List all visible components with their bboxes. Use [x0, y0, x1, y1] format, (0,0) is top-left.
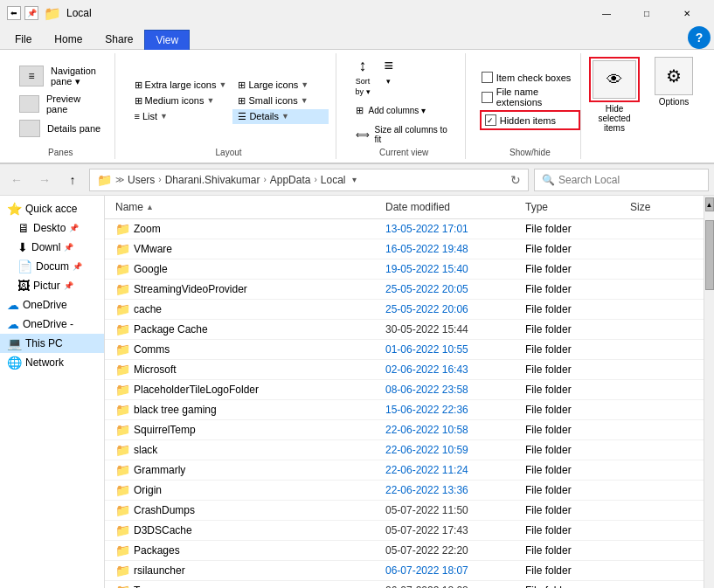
hide-selected-button[interactable]: 👁	[593, 60, 636, 99]
add-columns-button[interactable]: ⊞ Add columns ▾	[350, 101, 458, 120]
table-row[interactable]: 📁 cache 25-05-2022 20:06 File folder	[105, 300, 704, 320]
col-size[interactable]: Size	[627, 197, 697, 217]
table-row[interactable]: 📁 Zoom 13-05-2022 17:01 File folder	[105, 219, 704, 239]
minimize-button[interactable]: —	[586, 0, 627, 26]
search-input[interactable]	[558, 174, 681, 186]
col-name[interactable]: Name ▲	[112, 197, 382, 217]
options-area: ⚙ Options	[648, 53, 700, 159]
table-row[interactable]: 📁 Grammarly 22-06-2022 11:24 File folder	[105, 460, 704, 481]
table-row[interactable]: 📁 SquirrelTemp 22-06-2022 10:58 File fol…	[105, 420, 704, 440]
sidebar-item-pictures[interactable]: 🖼 Pictur 📌	[0, 276, 104, 295]
file-type-icon: 📁	[115, 363, 130, 377]
col-date[interactable]: Date modified	[382, 197, 522, 217]
sidebar-item-documents[interactable]: 📄 Docum 📌	[0, 257, 104, 276]
table-row[interactable]: 📁 PlaceholderTileLogoFolder 08-06-2022 2…	[105, 380, 704, 400]
help-button[interactable]: ?	[688, 26, 711, 49]
list-label: List	[142, 111, 157, 121]
group-by-button[interactable]: ≡ ▾	[379, 53, 399, 100]
close-button[interactable]: ✕	[667, 0, 707, 26]
file-date: 01-06-2022 10:55	[385, 343, 468, 356]
scroll-up-button[interactable]: ▲	[705, 197, 714, 211]
maximize-button[interactable]: □	[627, 0, 667, 26]
table-row[interactable]: 📁 rsilauncher 06-07-2022 18:07 File fold…	[105, 561, 704, 581]
table-row[interactable]: 📁 StreamingVideoProvider 25-05-2022 20:0…	[105, 280, 704, 300]
table-row[interactable]: 📁 black tree gaming 15-06-2022 22:36 Fil…	[105, 400, 704, 420]
file-name-cell: 📁 Google	[112, 259, 382, 279]
file-type: File folder	[525, 243, 572, 255]
ribbon-panes-section: ≡ Navigation pane ▾ Preview pane Details…	[7, 53, 115, 159]
sidebar-item-quickaccess[interactable]: ⭐ Quick acce	[0, 199, 104, 218]
sidebar-item-onedrive[interactable]: ☁ OneDrive	[0, 295, 104, 315]
preview-label: Preview pane	[46, 93, 102, 114]
sort-sublabel: by ▾	[356, 87, 371, 96]
file-extensions-checkbox[interactable]	[482, 92, 493, 103]
file-date-cell: 08-06-2022 23:58	[382, 380, 522, 399]
table-row[interactable]: 📁 Comms 01-06-2022 10:55 File folder	[105, 340, 704, 360]
navigation-pane-button[interactable]: ≡ Navigation pane ▾	[14, 63, 107, 90]
item-checkboxes-checkbox[interactable]	[482, 72, 493, 83]
file-name: Microsoft	[134, 363, 177, 376]
sort-by-button[interactable]: ↕ Sort by ▾	[350, 53, 376, 100]
item-checkboxes-row[interactable]: Item check boxes	[480, 71, 580, 84]
large-icons-option[interactable]: ⊞ Large icons ▼	[232, 78, 328, 93]
hidden-items-checkbox[interactable]: ✓	[485, 114, 496, 126]
sort-options-row: ↕ Sort by ▾ ≡ ▾	[350, 53, 458, 100]
sidebar-item-desktop[interactable]: 🖥 Deskto 📌	[0, 218, 104, 238]
options-button[interactable]: ⚙	[655, 57, 693, 95]
hide-eye-icon: 👁	[607, 71, 622, 89]
tab-view[interactable]: View	[144, 30, 190, 50]
refresh-icon[interactable]: ↻	[510, 173, 521, 187]
file-date: 13-05-2022 17:01	[385, 223, 468, 235]
file-size-cell	[627, 300, 697, 319]
search-box[interactable]: 🔍	[534, 169, 709, 191]
table-row[interactable]: 📁 Package Cache 30-05-2022 15:44 File fo…	[105, 320, 704, 340]
file-type-cell: File folder	[522, 440, 627, 460]
quick-access-icon: ⬅	[7, 6, 21, 20]
file-size-cell	[627, 521, 697, 540]
file-size-cell	[627, 340, 697, 359]
sidebar-item-onedrive2[interactable]: ☁ OneDrive -	[0, 315, 104, 334]
size-columns-button[interactable]: ⟺ Size all columns to fit	[350, 121, 458, 148]
ribbon: File Home Share View ? ≡ Navigation pane…	[0, 26, 714, 164]
forward-button[interactable]: →	[33, 169, 56, 191]
table-row[interactable]: 📁 Temp 06-07-2022 18:08 File folder	[105, 581, 704, 588]
layout-arrow-4: ▼	[301, 96, 308, 105]
small-icons-option[interactable]: ⊞ Small icons ▼	[232, 93, 328, 108]
table-row[interactable]: 📁 VMware 16-05-2022 19:48 File folder	[105, 239, 704, 259]
details-pane-button[interactable]: Details pane	[14, 118, 107, 139]
file-type-cell: File folder	[522, 420, 627, 439]
addr-dropdown[interactable]: ▾	[352, 175, 357, 184]
medium-icons-option[interactable]: ⊞ Medium icons ▼	[129, 93, 232, 108]
scroll-thumb[interactable]	[705, 220, 714, 290]
table-row[interactable]: 📁 D3DSCache 05-07-2022 17:43 File folder	[105, 521, 704, 541]
table-row[interactable]: 📁 Google 19-05-2022 15:40 File folder	[105, 259, 704, 280]
tab-home[interactable]: Home	[43, 29, 94, 49]
file-date: 19-05-2022 15:40	[385, 263, 468, 275]
file-type: File folder	[525, 564, 572, 577]
hidden-items-label: Hidden items	[500, 115, 556, 126]
sidebar-item-network[interactable]: 🌐 Network	[0, 353, 104, 372]
extra-large-icons-option[interactable]: ⊞ Extra large icons ▼	[129, 78, 232, 93]
table-row[interactable]: 📁 Microsoft 02-06-2022 16:43 File folder	[105, 360, 704, 380]
preview-pane-button[interactable]: Preview pane	[14, 92, 107, 116]
search-icon: 🔍	[542, 174, 555, 186]
scrollbar[interactable]: ▲ ▼	[704, 196, 714, 588]
sidebar-item-downloads[interactable]: ⬇ Downl 📌	[0, 238, 104, 257]
table-row[interactable]: 📁 slack 22-06-2022 10:59 File folder	[105, 440, 704, 460]
hidden-items-row[interactable]: ✓ Hidden items	[483, 114, 577, 127]
tab-file[interactable]: File	[3, 29, 43, 49]
table-row[interactable]: 📁 CrashDumps 05-07-2022 11:50 File folde…	[105, 501, 704, 521]
file-date-cell: 05-07-2022 22:20	[382, 541, 522, 560]
col-type[interactable]: Type	[522, 197, 627, 217]
back-button[interactable]: ←	[5, 169, 28, 191]
details-label-layout: Details	[249, 111, 279, 121]
list-option[interactable]: ≡ List ▼	[129, 109, 232, 124]
up-button[interactable]: ↑	[61, 169, 84, 191]
file-extensions-row[interactable]: File name extensions	[480, 86, 580, 108]
sidebar-item-thispc[interactable]: 💻 This PC	[0, 334, 104, 353]
details-option[interactable]: ☰ Details ▼	[232, 109, 328, 124]
address-bar[interactable]: 📁 ≫ Users › Dharani.Shivakumar › AppData…	[89, 169, 529, 191]
table-row[interactable]: 📁 Packages 05-07-2022 22:20 File folder	[105, 541, 704, 561]
tab-share[interactable]: Share	[94, 29, 144, 49]
table-row[interactable]: 📁 Origin 22-06-2022 13:36 File folder	[105, 481, 704, 501]
